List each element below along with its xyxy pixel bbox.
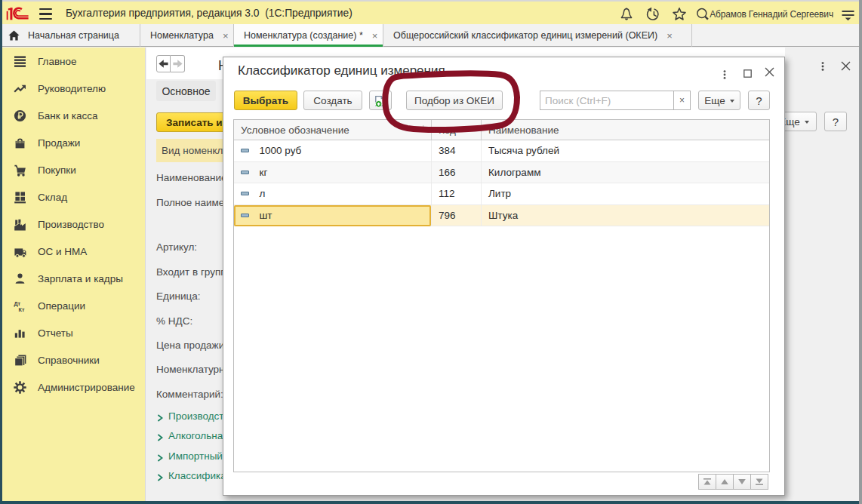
sidebar-item-icon: ДтКт [14, 300, 26, 312]
cell-name[interactable]: Тысяча рублей [481, 140, 769, 161]
dialog-help-button[interactable]: ? [748, 91, 770, 110]
tab-label: Общероссийский классификатор единиц изме… [392, 30, 659, 41]
column-header-code[interactable]: Код [431, 120, 481, 140]
dialog-title: Классификатор единиц измерения [238, 63, 445, 78]
sidebar-item-label: Склад [38, 192, 67, 203]
cell-symbol-text: кг [260, 167, 268, 178]
sidebar-item[interactable]: Главное [2, 48, 145, 75]
sidebar-item[interactable]: ДтКт Операции [2, 292, 145, 319]
sidebar-item-icon [14, 137, 26, 149]
form-section-main[interactable]: Основное [156, 81, 216, 101]
form-field-label: Цена продажи: [156, 340, 227, 351]
app-title: Бухгалтерия предприятия, редакция 3.0 (1… [66, 8, 352, 19]
sidebar-item-label: Справочники [38, 355, 100, 366]
pick-from-okei-button[interactable]: Подбор из ОКЕИ [406, 91, 503, 110]
cell-code[interactable]: 166 [431, 162, 481, 183]
dropdown-arrow-icon [730, 100, 734, 103]
user-name[interactable]: Абрамов Геннадий Сергеевич [710, 9, 833, 20]
tab[interactable]: Номенклатура × [140, 24, 234, 47]
history-icon[interactable] [645, 6, 662, 23]
dialog-more-button[interactable]: Еще [698, 91, 740, 110]
tab[interactable]: Общероссийский классификатор единиц изме… [383, 24, 692, 47]
form-field-label: Единица: [156, 290, 200, 302]
cell-symbol[interactable]: л [234, 183, 431, 204]
create-button[interactable]: Создать [303, 91, 362, 110]
go-prev-button[interactable] [716, 474, 734, 490]
tab-close-icon[interactable]: × [664, 31, 675, 41]
sidebar-item[interactable]: Банк и касса [2, 102, 145, 129]
cell-symbol-text: 1000 руб [260, 145, 302, 156]
go-first-button[interactable] [698, 474, 716, 490]
select-button[interactable]: Выбрать [234, 91, 297, 110]
table-row[interactable]: шт 796 Штука [234, 205, 769, 227]
search-input[interactable] [540, 91, 674, 110]
cell-symbol[interactable]: 1000 руб [234, 140, 431, 161]
create-group-button[interactable] [369, 91, 392, 110]
tab[interactable]: Начальная страница [0, 24, 140, 47]
cell-name[interactable]: Литр [481, 183, 769, 204]
tab-label: Начальная страница [26, 30, 121, 41]
element-dash-icon [241, 149, 249, 152]
go-next-button[interactable] [733, 474, 751, 490]
tab[interactable]: Номенклатура (создание) * × [234, 24, 383, 47]
favorites-icon[interactable] [671, 6, 688, 23]
form-nav-buttons [156, 55, 185, 72]
sidebar-item[interactable]: Руководителю [2, 75, 145, 102]
form-close-icon[interactable] [841, 60, 850, 69]
cell-symbol[interactable]: шт [234, 205, 431, 226]
cell-name[interactable]: Килограмм [481, 162, 769, 183]
table-row[interactable]: кг 166 Килограмм [234, 162, 769, 184]
sidebar-item-icon [14, 109, 26, 122]
sidebar-item[interactable]: Покупки [2, 156, 145, 183]
sidebar-item[interactable]: Отчеты [2, 319, 145, 346]
cell-code[interactable]: 112 [431, 183, 481, 204]
forward-button[interactable] [171, 55, 185, 72]
cell-symbol[interactable]: кг [234, 162, 431, 183]
dialog-close-icon[interactable] [765, 66, 774, 76]
form-menu-dots-icon[interactable] [821, 60, 824, 69]
sidebar-item-icon [14, 272, 26, 285]
sidebar-item[interactable]: Справочники [2, 346, 145, 373]
dialog-unit-classifier: Классификатор единиц измерения Выбрать С… [223, 57, 785, 496]
service-menu-icon[interactable] [842, 10, 854, 21]
sidebar-item[interactable]: Зарплата и кадры [2, 265, 145, 292]
tab-close-icon[interactable]: × [370, 31, 380, 41]
sidebar-item-icon [14, 245, 26, 258]
create-group-icon [374, 94, 387, 107]
table-row[interactable]: л 112 Литр [234, 183, 769, 205]
dialog-menu-dots-icon[interactable] [723, 69, 726, 78]
element-dash-icon [241, 171, 249, 174]
cell-code[interactable]: 384 [431, 140, 481, 161]
table-row[interactable]: 1000 руб 384 Тысяча рублей [234, 140, 769, 162]
sidebar-item[interactable]: Администрирование [2, 373, 145, 401]
main-menu-icon[interactable] [39, 8, 52, 20]
sidebar-item[interactable]: Продажи [2, 129, 145, 156]
notifications-icon[interactable] [618, 6, 635, 23]
column-header-name[interactable]: Наименование [481, 120, 769, 140]
sidebar-item-label: Покупки [38, 164, 76, 176]
sidebar-item-label: Отчеты [38, 327, 73, 339]
go-last-button[interactable] [750, 474, 768, 490]
sidebar-item[interactable]: ОС и НМА [2, 238, 145, 265]
cell-symbol-text: л [260, 188, 266, 199]
cell-code[interactable]: 796 [431, 205, 481, 226]
sidebar-item-icon [14, 354, 26, 367]
dialog-maximize-icon[interactable] [743, 67, 752, 75]
tab-close-icon[interactable]: × [220, 31, 231, 41]
search-clear-icon[interactable]: × [674, 91, 691, 110]
chevron-right-icon [156, 413, 163, 419]
cell-name[interactable]: Штука [481, 205, 769, 226]
column-header-label: Условное обозначение [241, 124, 349, 136]
column-header-symbol[interactable]: Условное обозначение ↓ [234, 120, 431, 140]
sidebar-item[interactable]: Склад [2, 183, 145, 211]
form-help-button[interactable]: ? [824, 112, 847, 131]
sidebar-item-label: Продажи [38, 137, 80, 149]
sidebar-item-label: Банк и касса [38, 110, 98, 121]
table-navigation [699, 474, 768, 490]
back-button[interactable] [156, 55, 171, 72]
units-table: Условное обозначение ↓ Код Наименование … [233, 119, 770, 472]
sidebar-item-icon [14, 381, 26, 394]
search-icon[interactable] [694, 6, 711, 23]
element-dash-icon [241, 214, 249, 217]
sidebar-item[interactable]: Производство [2, 211, 145, 238]
